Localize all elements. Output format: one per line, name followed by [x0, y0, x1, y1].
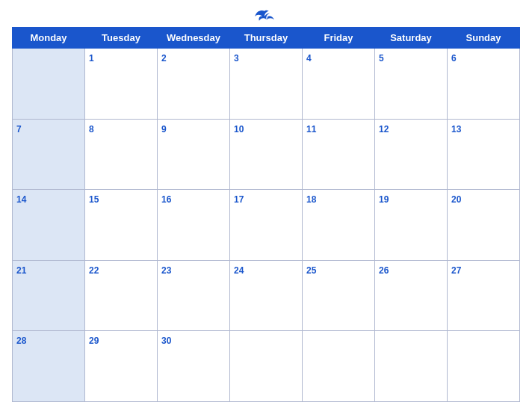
calendar-cell: 22	[85, 260, 158, 331]
calendar-cell: 16	[158, 190, 230, 261]
day-number: 3	[234, 53, 239, 64]
calendar-cell: 5	[375, 49, 448, 120]
day-number: 20	[451, 194, 461, 205]
day-number: 27	[451, 265, 461, 276]
calendar-cell: 17	[230, 190, 303, 261]
day-number: 7	[16, 124, 22, 135]
day-number: 15	[89, 194, 99, 205]
day-number: 28	[16, 336, 26, 346]
calendar-cell: 25	[303, 260, 375, 331]
day-number: 1	[89, 53, 94, 64]
day-number: 12	[379, 124, 389, 135]
day-number: 5	[379, 53, 384, 64]
day-number: 29	[89, 336, 99, 346]
calendar-cell: 19	[375, 190, 448, 261]
calendar-cell	[303, 331, 375, 402]
weekday-header-row: MondayTuesdayWednesdayThursdayFridaySatu…	[13, 28, 520, 49]
day-number: 14	[16, 194, 26, 205]
day-number: 18	[306, 194, 316, 205]
week-row-1: 123456	[13, 49, 520, 120]
calendar-cell	[13, 49, 85, 120]
day-number: 23	[161, 265, 171, 276]
weekday-header-monday: Monday	[13, 28, 85, 49]
day-number: 17	[234, 194, 244, 205]
day-number: 4	[306, 53, 312, 64]
calendar-cell: 4	[303, 49, 375, 120]
weekday-header-thursday: Thursday	[230, 28, 303, 49]
calendar-table: MondayTuesdayWednesdayThursdayFridaySatu…	[12, 27, 520, 402]
calendar-cell: 21	[13, 260, 85, 331]
calendar-cell: 29	[85, 331, 158, 402]
day-number: 19	[379, 194, 389, 205]
weekday-header-sunday: Sunday	[448, 28, 520, 49]
day-number: 10	[234, 124, 244, 135]
logo	[254, 9, 278, 24]
day-number: 16	[161, 194, 171, 205]
calendar-cell: 14	[13, 190, 85, 261]
calendar-cell	[230, 331, 303, 402]
generalblue-logo-icon	[254, 9, 275, 24]
day-number: 2	[161, 53, 167, 64]
day-number: 25	[306, 265, 316, 276]
week-row-3: 14151617181920	[13, 190, 520, 261]
calendar-cell: 24	[230, 260, 303, 331]
weekday-header-friday: Friday	[303, 28, 375, 49]
day-number: 11	[306, 124, 316, 135]
calendar-cell: 20	[448, 190, 520, 261]
calendar-cell: 23	[158, 260, 230, 331]
day-number: 22	[89, 265, 99, 276]
calendar-cell: 27	[448, 260, 520, 331]
calendar-cell: 11	[303, 119, 375, 190]
calendar-cell: 6	[448, 49, 520, 120]
day-number: 13	[451, 124, 461, 135]
calendar-cell: 3	[230, 49, 303, 120]
week-row-4: 21222324252627	[13, 260, 520, 331]
weekday-header-tuesday: Tuesday	[85, 28, 158, 49]
calendar-cell: 13	[448, 119, 520, 190]
calendar-cell	[448, 331, 520, 402]
calendar-cell: 9	[158, 119, 230, 190]
calendar-cell: 12	[375, 119, 448, 190]
calendar-cell: 26	[375, 260, 448, 331]
week-row-5: 282930	[13, 331, 520, 402]
calendar-cell: 2	[158, 49, 230, 120]
calendar-cell: 15	[85, 190, 158, 261]
weekday-header-saturday: Saturday	[375, 28, 448, 49]
day-number: 24	[234, 265, 244, 276]
calendar-cell: 18	[303, 190, 375, 261]
calendar-cell: 8	[85, 119, 158, 190]
day-number: 30	[161, 336, 171, 346]
day-number: 6	[451, 53, 457, 64]
calendar-cell: 7	[13, 119, 85, 190]
calendar-cell	[375, 331, 448, 402]
day-number: 21	[16, 265, 26, 276]
day-number: 26	[379, 265, 389, 276]
day-number: 9	[161, 124, 167, 135]
week-row-2: 78910111213	[13, 119, 520, 190]
calendar-header	[12, 9, 520, 24]
calendar-cell: 28	[13, 331, 85, 402]
calendar-cell: 10	[230, 119, 303, 190]
calendar-cell: 1	[85, 49, 158, 120]
day-number: 8	[89, 124, 94, 135]
calendar-cell: 30	[158, 331, 230, 402]
weekday-header-wednesday: Wednesday	[158, 28, 230, 49]
